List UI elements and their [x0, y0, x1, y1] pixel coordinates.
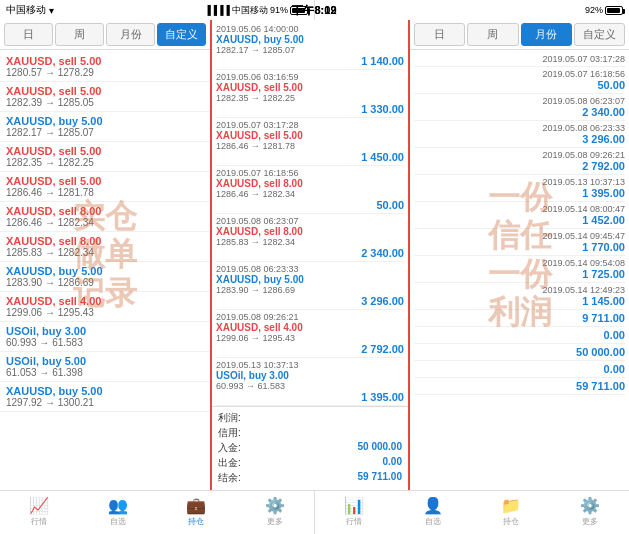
left-tab-week[interactable]: 周 [55, 23, 104, 46]
right-time: 下午8:12 [292, 3, 336, 18]
middle-record-item: 2019.05.06 14:00:00 XAUUSD, buy 5.001282… [216, 22, 404, 70]
battery-right [605, 6, 623, 15]
watchlist-icon-left: 👥 [108, 498, 128, 514]
right-tab-day[interactable]: 日 [414, 23, 465, 46]
left-nav-more[interactable]: ⚙️ 更多 [236, 491, 315, 534]
right-date-item: 2019.05.08 06:23:072 340.00 [414, 94, 625, 121]
middle-column: 2019.05.06 14:00:00 XAUUSD, buy 5.001282… [210, 20, 410, 490]
withdraw-row: 出金: 0.00 [218, 456, 402, 470]
right-tab-custom[interactable]: 自定义 [574, 23, 625, 46]
right-dates-list: 2019.05.07 03:17:282019.05.07 16:18:5650… [410, 50, 629, 490]
left-carrier: 中国移动 [6, 3, 46, 17]
left-nav-market[interactable]: 📈 行情 [0, 491, 79, 534]
bottom-nav: 📈 行情 👥 自选 💼 持仓 ⚙️ 更多 📊 行情 👤 自选 📁 持仓 [0, 490, 629, 534]
right-nav-market[interactable]: 📊 行情 [315, 491, 394, 534]
right-date-item: 2019.05.08 09:26:212 792.00 [414, 148, 625, 175]
right-status-bar: 下午8:12 92% [314, 0, 629, 20]
right-tab-bar: 日 周 月份 自定义 [410, 20, 629, 50]
more-icon-right: ⚙️ [580, 498, 600, 514]
left-nav-watchlist-label: 自选 [110, 516, 126, 527]
battery-pct-left: 91% [270, 5, 288, 15]
middle-record-item: 2019.05.13 10:37:13 USOil, buy 3.0060.99… [216, 358, 404, 406]
positions-icon-right: 📁 [501, 498, 521, 514]
right-tab-week[interactable]: 周 [467, 23, 518, 46]
panels-wrapper: 日 周 月份 自定义 XAUUSD, sell 5.00 1280.57 → 1… [0, 20, 629, 490]
right-nav: 📊 行情 👤 自选 📁 持仓 ⚙️ 更多 [315, 491, 629, 534]
balance-label: 结余: [218, 471, 241, 485]
market-icon-right: 📊 [344, 498, 364, 514]
left-carrier2: 中国移动 [232, 4, 268, 17]
left-status-bar: 中国移动 ▾ 下午8:09 ▐▐▐▐ 中国移动 91% [0, 0, 314, 20]
left-trade-item: USOil, buy 3.00 60.993 → 61.583 [0, 322, 210, 352]
right-date-item: 2019.05.14 09:45:471 770.00 [414, 229, 625, 256]
right-nav-market-label: 行情 [346, 516, 362, 527]
left-tab-day[interactable]: 日 [4, 23, 53, 46]
withdraw-label: 出金: [218, 456, 241, 470]
right-date-item: 2019.05.07 16:18:5650.00 [414, 67, 625, 94]
battery-pct-right: 92% [585, 5, 603, 15]
deposit-row: 入金: 50 000.00 [218, 441, 402, 455]
right-date-item: 0.00 [414, 327, 625, 344]
right-date-item: 2019.05.07 03:17:28 [414, 52, 625, 67]
middle-record-item: 2019.05.08 09:26:21 XAUUSD, sell 4.00129… [216, 310, 404, 358]
left-nav: 📈 行情 👥 自选 💼 持仓 ⚙️ 更多 [0, 491, 315, 534]
right-nav-more[interactable]: ⚙️ 更多 [551, 491, 630, 534]
left-tab-custom[interactable]: 自定义 [157, 23, 206, 46]
right-date-item: 2019.05.14 09:54:081 725.00 [414, 256, 625, 283]
right-nav-more-label: 更多 [582, 516, 598, 527]
left-trade-item: XAUUSD, buy 5.00 1297.92 → 1300.21 [0, 382, 210, 412]
battery-fill-right [607, 8, 620, 13]
left-trade-item: XAUUSD, buy 5.00 1283.90 → 1286.69 [0, 262, 210, 292]
status-bars: 中国移动 ▾ 下午8:09 ▐▐▐▐ 中国移动 91% 下午8:12 92% [0, 0, 629, 20]
right-date-item: 2019.05.14 12:49:231 145.00 [414, 283, 625, 310]
right-tab-month[interactable]: 月份 [521, 23, 572, 46]
left-nav-more-label: 更多 [267, 516, 283, 527]
summary-section: 利润: 信用: 入金: 50 000.00 出金: 0.00 结余: 59 71… [212, 406, 408, 490]
left-trade-item: XAUUSD, sell 5.00 1286.46 → 1281.78 [0, 172, 210, 202]
left-nav-watchlist[interactable]: 👥 自选 [79, 491, 158, 534]
middle-record-item: 2019.05.08 06:23:33 XAUUSD, buy 5.001283… [216, 262, 404, 310]
profit-label: 利润: [218, 411, 241, 425]
left-column: 日 周 月份 自定义 XAUUSD, sell 5.00 1280.57 → 1… [0, 20, 210, 490]
right-date-item: 59 711.00 [414, 378, 625, 395]
signal-icon: ▐▐▐▐ [204, 5, 230, 15]
left-trade-list: XAUUSD, sell 5.00 1280.57 → 1278.29 XAUU… [0, 50, 210, 490]
right-date-item: 0.00 [414, 361, 625, 378]
credit-row: 信用: [218, 426, 402, 440]
balance-row: 结余: 59 711.00 [218, 471, 402, 485]
right-date-item: 9 711.00 [414, 310, 625, 327]
middle-record-item: 2019.05.06 03:16:59 XAUUSD, sell 5.00128… [216, 70, 404, 118]
right-date-item: 2019.05.13 10:37:131 395.00 [414, 175, 625, 202]
right-nav-watchlist-label: 自选 [425, 516, 441, 527]
watchlist-icon-right: 👤 [423, 498, 443, 514]
middle-record-item: 2019.05.08 06:23:07 XAUUSD, sell 8.00128… [216, 214, 404, 262]
left-trade-item: XAUUSD, sell 4.00 1299.06 → 1295.43 [0, 292, 210, 322]
right-status-right: 92% [585, 5, 623, 15]
positions-icon-left: 💼 [186, 498, 206, 514]
middle-record-list: 2019.05.06 14:00:00 XAUUSD, buy 5.001282… [212, 20, 408, 406]
left-status-left: 中国移动 ▾ [6, 3, 54, 17]
left-trade-item: XAUUSD, sell 5.00 1282.39 → 1285.05 [0, 82, 210, 112]
profit-row: 利润: [218, 411, 402, 425]
left-tab-month[interactable]: 月份 [106, 23, 155, 46]
left-nav-market-label: 行情 [31, 516, 47, 527]
credit-label: 信用: [218, 426, 241, 440]
deposit-label: 入金: [218, 441, 241, 455]
right-nav-positions-label: 持仓 [503, 516, 519, 527]
left-nav-positions[interactable]: 💼 持仓 [157, 491, 236, 534]
left-trade-item: XAUUSD, sell 5.00 1280.57 → 1278.29 [0, 52, 210, 82]
right-date-item: 50 000.00 [414, 344, 625, 361]
withdraw-value: 0.00 [383, 456, 402, 470]
middle-record-item: 2019.05.07 16:18:56 XAUUSD, sell 8.00128… [216, 166, 404, 214]
right-date-item: 2019.05.08 06:23:333 296.00 [414, 121, 625, 148]
left-trade-item: USOil, buy 5.00 61.053 → 61.398 [0, 352, 210, 382]
left-tab-bar: 日 周 月份 自定义 [0, 20, 210, 50]
middle-record-item: 2019.05.07 03:17:28 XAUUSD, sell 5.00128… [216, 118, 404, 166]
left-trade-item: XAUUSD, buy 5.00 1282.17 → 1285.07 [0, 112, 210, 142]
balance-value: 59 711.00 [358, 471, 403, 485]
right-nav-watchlist[interactable]: 👤 自选 [394, 491, 473, 534]
right-nav-positions[interactable]: 📁 持仓 [472, 491, 551, 534]
left-trade-item: XAUUSD, sell 8.00 1286.46 → 1282.34 [0, 202, 210, 232]
left-trade-item: XAUUSD, sell 5.00 1282.35 → 1282.25 [0, 142, 210, 172]
market-icon-left: 📈 [29, 498, 49, 514]
